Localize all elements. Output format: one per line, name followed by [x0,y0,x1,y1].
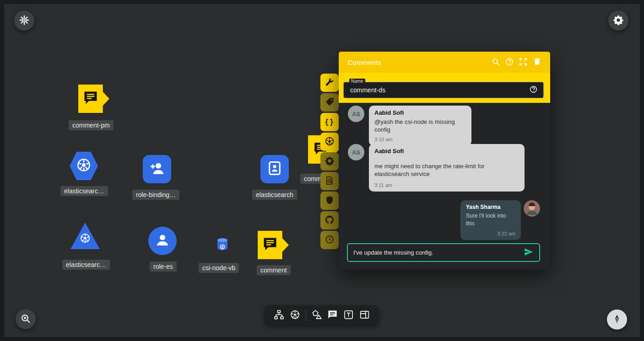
message-author: Yash Sharma [466,204,515,210]
wrench-icon [325,77,335,89]
message-bubble: Yash Sharma Sure I'll look into this 3:2… [460,200,521,240]
zoom-in-icon [20,313,31,325]
node-label: role-binding… [132,190,179,200]
node-role-es[interactable] [148,227,177,255]
kubernetes-tool-button[interactable] [290,309,300,321]
gear-icon [613,15,624,27]
message-bubble: Aabid Sofi @yash the csi-node is missing… [369,106,471,146]
comment-input-value: I've update the missing config. [353,249,524,256]
message-text: me might need to change the rate-limit f… [374,162,519,178]
help-icon[interactable] [529,85,538,96]
flowchart-tool-button[interactable] [274,309,284,321]
person-icon [155,232,170,250]
expand-button[interactable] [516,55,530,69]
message-time: 3:10 am [374,137,466,142]
gear-icon [325,156,335,167]
comment-icon [82,90,99,108]
panel-title: Comments [348,59,489,66]
flowchart-icon [274,309,284,321]
pen-nib-icon [612,314,622,326]
node-role-binding[interactable] [143,155,171,183]
kubernetes-icon [324,136,335,148]
node-elasticsearch-triangle[interactable] [70,223,100,249]
trash-icon [533,57,541,67]
message-time: 3:22 am [466,231,515,236]
node-label: elasticsearc… [60,186,108,196]
kubernetes-icon [290,309,300,321]
search-button[interactable] [489,55,503,69]
message-bubble: Aabid Sofi me might need to change the r… [369,144,525,192]
gear-button[interactable] [320,152,339,170]
toolbar-divider [306,310,306,321]
shapes-icon [312,309,322,321]
node-comment-pm[interactable] [78,85,109,113]
node-elasticsearch-hexagon[interactable] [70,152,98,180]
node-label: comment-pm [69,120,114,130]
node-elasticsearch[interactable] [260,155,289,183]
send-button[interactable] [524,247,534,258]
node-label: comment [257,265,291,275]
comment-input[interactable]: I've update the missing config. [347,243,540,262]
shapes-tool-button[interactable] [312,309,322,321]
shield-button[interactable] [320,192,339,210]
comments-panel: Comments Name comment-ds AS Aabi [339,52,550,270]
bottom-toolbar [265,305,379,325]
panel-icon [359,309,370,321]
message-author: Aabid Sofi [374,109,466,116]
github-button[interactable] [320,211,339,229]
node-label: elasticsearch [252,190,297,200]
kubernetes-icon [79,232,91,246]
scan-button[interactable] [320,172,339,190]
message-text: Sure I'll look into this [466,212,515,228]
kubernetes-icon [219,244,226,252]
zoom-button[interactable] [16,309,36,329]
comment-tool-button[interactable] [327,309,338,321]
pen-tool-button[interactable] [607,309,627,330]
message-time: 3:11 am [374,182,519,188]
person-add-icon [149,160,165,178]
search-icon [491,57,500,68]
tag-icon [325,97,335,108]
history-icon [325,234,335,246]
canvas[interactable]: comment-pm elasticsearc… role-binding… e… [0,0,644,341]
delete-button[interactable] [530,55,544,69]
app-menu-button[interactable] [14,11,34,31]
app-logo-flower-icon [18,14,30,27]
settings-button[interactable] [608,11,628,31]
text-icon [343,309,354,321]
wrench-button[interactable] [320,74,339,92]
tag-button[interactable] [320,93,339,112]
name-input-label: Name [349,79,365,84]
badge-icon [266,160,283,178]
shield-icon [325,195,335,207]
avatar-photo [524,200,540,217]
help-button[interactable] [503,55,516,69]
braces-icon: {} [325,118,335,126]
history-button[interactable] [320,231,339,249]
name-section: Name comment-ds [339,73,550,103]
kubernetes-icon [76,157,92,175]
name-input-value: comment-ds [350,86,529,94]
node-comment[interactable] [258,231,289,259]
send-icon [524,247,534,258]
node-csi-node-vb[interactable] [216,238,229,252]
message-author: Aabid Sofi [374,148,519,155]
node-label: elasticsearc… [62,260,110,270]
avatar: AS [348,106,364,122]
comment-icon [327,309,338,321]
expand-icon [519,57,528,68]
github-icon [325,215,335,226]
braces-button[interactable]: {} [320,113,339,131]
comment-icon [262,236,278,254]
node-label: role-es [150,261,177,272]
avatar: AS [348,144,364,160]
kubernetes-button[interactable] [320,133,339,151]
name-input[interactable]: Name comment-ds [343,82,544,98]
message-text: @yash the csi-node is missing config [374,118,466,133]
text-tool-button[interactable] [343,309,354,321]
help-icon [505,57,514,68]
node-label: csi-node-vb [199,263,239,273]
panel-tool-button[interactable] [359,309,370,321]
scan-icon [325,176,335,187]
comments-panel-header[interactable]: Comments [339,52,550,73]
